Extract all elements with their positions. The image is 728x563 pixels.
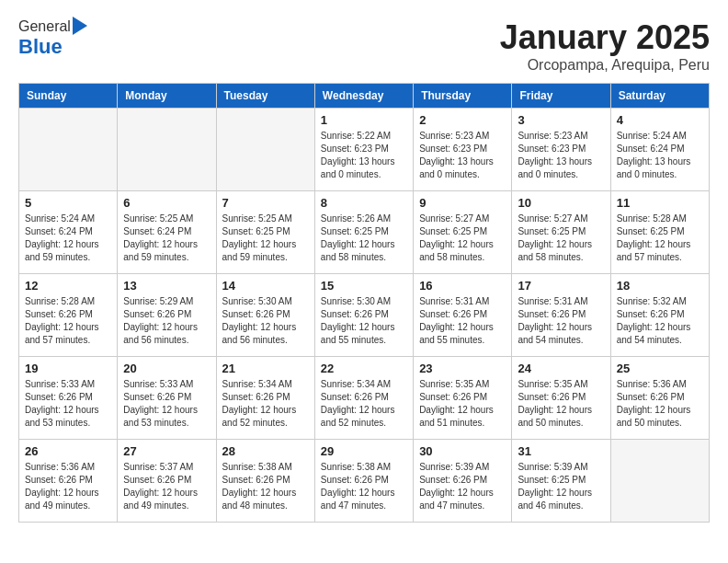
day-info: Sunrise: 5:27 AM Sunset: 6:25 PM Dayligh…	[518, 213, 604, 264]
day-info: Sunrise: 5:33 AM Sunset: 6:26 PM Dayligh…	[25, 378, 111, 430]
day-info: Sunrise: 5:25 AM Sunset: 6:25 PM Dayligh…	[222, 213, 309, 264]
day-info: Sunrise: 5:35 AM Sunset: 6:26 PM Dayligh…	[419, 378, 506, 430]
weekday-header-monday: Monday	[118, 84, 216, 109]
calendar-cell: 8Sunrise: 5:26 AM Sunset: 6:25 PM Daylig…	[314, 191, 413, 274]
day-number: 22	[321, 362, 407, 375]
day-number: 7	[222, 196, 309, 210]
calendar-cell: 26Sunrise: 5:36 AM Sunset: 6:26 PM Dayli…	[19, 440, 118, 523]
day-info: Sunrise: 5:36 AM Sunset: 6:26 PM Dayligh…	[617, 378, 703, 430]
calendar-cell: 31Sunrise: 5:39 AM Sunset: 6:25 PM Dayli…	[512, 440, 610, 523]
calendar-cell: 3Sunrise: 5:23 AM Sunset: 6:23 PM Daylig…	[512, 109, 610, 191]
day-number: 16	[419, 279, 506, 293]
calendar-table: SundayMondayTuesdayWednesdayThursdayFrid…	[18, 83, 710, 523]
day-info: Sunrise: 5:34 AM Sunset: 6:26 PM Dayligh…	[321, 378, 407, 430]
calendar-week-row: 19Sunrise: 5:33 AM Sunset: 6:26 PM Dayli…	[19, 357, 710, 440]
calendar-cell: 19Sunrise: 5:33 AM Sunset: 6:26 PM Dayli…	[19, 357, 118, 440]
day-info: Sunrise: 5:27 AM Sunset: 6:25 PM Dayligh…	[419, 213, 506, 264]
day-info: Sunrise: 5:30 AM Sunset: 6:26 PM Dayligh…	[321, 295, 407, 347]
day-info: Sunrise: 5:37 AM Sunset: 6:26 PM Dayligh…	[123, 461, 210, 512]
day-info: Sunrise: 5:39 AM Sunset: 6:25 PM Dayligh…	[518, 461, 604, 512]
calendar-cell	[118, 109, 216, 191]
calendar-cell: 29Sunrise: 5:38 AM Sunset: 6:26 PM Dayli…	[314, 440, 413, 523]
day-number: 4	[617, 113, 703, 127]
calendar-cell: 9Sunrise: 5:27 AM Sunset: 6:25 PM Daylig…	[414, 191, 512, 274]
day-number: 20	[123, 362, 210, 375]
day-info: Sunrise: 5:24 AM Sunset: 6:24 PM Dayligh…	[25, 213, 111, 264]
day-number: 18	[617, 279, 703, 293]
day-number: 31	[518, 444, 604, 458]
weekday-header-wednesday: Wednesday	[314, 84, 413, 109]
day-info: Sunrise: 5:28 AM Sunset: 6:26 PM Dayligh…	[25, 295, 111, 347]
calendar-cell: 24Sunrise: 5:35 AM Sunset: 6:26 PM Dayli…	[512, 357, 610, 440]
day-number: 8	[321, 196, 407, 210]
weekday-header-saturday: Saturday	[610, 84, 709, 109]
day-number: 17	[518, 279, 604, 293]
title-block: January 2025 Orcopampa, Arequipa, Peru	[500, 18, 710, 74]
logo-blue-text: Blue	[18, 35, 63, 59]
day-info: Sunrise: 5:39 AM Sunset: 6:26 PM Dayligh…	[419, 461, 506, 512]
calendar-cell: 7Sunrise: 5:25 AM Sunset: 6:25 PM Daylig…	[216, 191, 314, 274]
day-number: 23	[419, 362, 506, 375]
calendar-cell: 5Sunrise: 5:24 AM Sunset: 6:24 PM Daylig…	[19, 191, 118, 274]
day-info: Sunrise: 5:24 AM Sunset: 6:24 PM Dayligh…	[617, 130, 703, 181]
day-number: 2	[419, 113, 506, 127]
calendar-week-row: 12Sunrise: 5:28 AM Sunset: 6:26 PM Dayli…	[19, 274, 710, 357]
day-info: Sunrise: 5:30 AM Sunset: 6:26 PM Dayligh…	[222, 295, 309, 347]
location-subtitle: Orcopampa, Arequipa, Peru	[500, 57, 710, 74]
logo: General Blue	[18, 18, 87, 59]
calendar-cell: 28Sunrise: 5:38 AM Sunset: 6:26 PM Dayli…	[216, 440, 314, 523]
day-info: Sunrise: 5:31 AM Sunset: 6:26 PM Dayligh…	[518, 295, 604, 347]
day-number: 6	[123, 196, 210, 210]
day-number: 14	[222, 279, 309, 293]
day-number: 19	[25, 362, 111, 375]
day-number: 28	[222, 444, 309, 458]
calendar-cell: 27Sunrise: 5:37 AM Sunset: 6:26 PM Dayli…	[118, 440, 216, 523]
day-info: Sunrise: 5:34 AM Sunset: 6:26 PM Dayligh…	[222, 378, 309, 430]
day-info: Sunrise: 5:35 AM Sunset: 6:26 PM Dayligh…	[518, 378, 604, 430]
page-header: General Blue January 2025 Orcopampa, Are…	[18, 18, 710, 74]
day-info: Sunrise: 5:31 AM Sunset: 6:26 PM Dayligh…	[419, 295, 506, 347]
day-number: 9	[419, 196, 506, 210]
day-number: 3	[518, 113, 604, 127]
day-number: 29	[321, 444, 407, 458]
day-number: 26	[25, 444, 111, 458]
day-number: 11	[617, 196, 703, 210]
calendar-cell: 15Sunrise: 5:30 AM Sunset: 6:26 PM Dayli…	[314, 274, 413, 357]
weekday-header-row: SundayMondayTuesdayWednesdayThursdayFrid…	[19, 84, 710, 109]
day-number: 5	[25, 196, 111, 210]
calendar-cell: 2Sunrise: 5:23 AM Sunset: 6:23 PM Daylig…	[414, 109, 512, 191]
day-info: Sunrise: 5:38 AM Sunset: 6:26 PM Dayligh…	[222, 461, 309, 512]
calendar-cell: 6Sunrise: 5:25 AM Sunset: 6:24 PM Daylig…	[118, 191, 216, 274]
weekday-header-sunday: Sunday	[19, 84, 118, 109]
day-info: Sunrise: 5:29 AM Sunset: 6:26 PM Dayligh…	[123, 295, 210, 347]
calendar-cell: 4Sunrise: 5:24 AM Sunset: 6:24 PM Daylig…	[610, 109, 709, 191]
day-info: Sunrise: 5:25 AM Sunset: 6:24 PM Dayligh…	[123, 213, 210, 264]
calendar-cell: 1Sunrise: 5:22 AM Sunset: 6:23 PM Daylig…	[314, 109, 413, 191]
day-number: 25	[617, 362, 703, 375]
weekday-header-friday: Friday	[512, 84, 610, 109]
calendar-cell: 12Sunrise: 5:28 AM Sunset: 6:26 PM Dayli…	[19, 274, 118, 357]
calendar-cell: 30Sunrise: 5:39 AM Sunset: 6:26 PM Dayli…	[414, 440, 512, 523]
day-number: 12	[25, 279, 111, 293]
day-number: 15	[321, 279, 407, 293]
day-info: Sunrise: 5:23 AM Sunset: 6:23 PM Dayligh…	[419, 130, 506, 181]
day-number: 13	[123, 279, 210, 293]
calendar-cell	[216, 109, 314, 191]
calendar-cell: 17Sunrise: 5:31 AM Sunset: 6:26 PM Dayli…	[512, 274, 610, 357]
calendar-cell: 13Sunrise: 5:29 AM Sunset: 6:26 PM Dayli…	[118, 274, 216, 357]
calendar-week-row: 26Sunrise: 5:36 AM Sunset: 6:26 PM Dayli…	[19, 440, 710, 523]
calendar-cell: 22Sunrise: 5:34 AM Sunset: 6:26 PM Dayli…	[314, 357, 413, 440]
calendar-cell: 10Sunrise: 5:27 AM Sunset: 6:25 PM Dayli…	[512, 191, 610, 274]
day-number: 24	[518, 362, 604, 375]
day-info: Sunrise: 5:32 AM Sunset: 6:26 PM Dayligh…	[617, 295, 703, 347]
day-info: Sunrise: 5:33 AM Sunset: 6:26 PM Dayligh…	[123, 378, 210, 430]
day-info: Sunrise: 5:28 AM Sunset: 6:25 PM Dayligh…	[617, 213, 703, 264]
calendar-cell: 16Sunrise: 5:31 AM Sunset: 6:26 PM Dayli…	[414, 274, 512, 357]
weekday-header-tuesday: Tuesday	[216, 84, 314, 109]
day-number: 21	[222, 362, 309, 375]
day-info: Sunrise: 5:23 AM Sunset: 6:23 PM Dayligh…	[518, 130, 604, 181]
day-info: Sunrise: 5:36 AM Sunset: 6:26 PM Dayligh…	[25, 461, 111, 512]
day-number: 30	[419, 444, 506, 458]
day-number: 27	[123, 444, 210, 458]
calendar-cell: 25Sunrise: 5:36 AM Sunset: 6:26 PM Dayli…	[610, 357, 709, 440]
